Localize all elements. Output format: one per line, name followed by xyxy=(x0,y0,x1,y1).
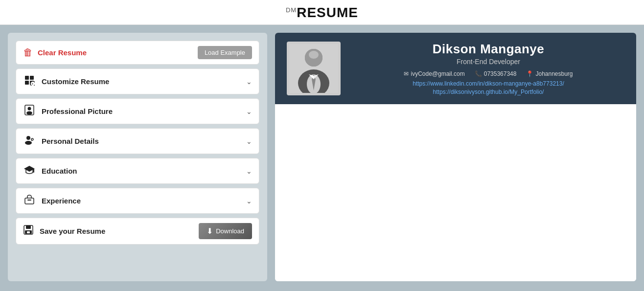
email-icon: ✉ xyxy=(404,70,409,77)
svg-rect-18 xyxy=(26,225,31,229)
trash-icon: 🗑 xyxy=(23,47,33,58)
resume-photo xyxy=(287,42,341,95)
resume-location: 📍 Johannesburg xyxy=(526,70,573,77)
clear-resume-row: 🗑 Clear Resume Load Example xyxy=(16,41,259,65)
svg-rect-20 xyxy=(27,231,30,233)
download-button[interactable]: ⬇ Download xyxy=(199,223,252,239)
title-prefix: DM xyxy=(286,6,297,14)
chevron-experience-icon: ⌄ xyxy=(246,197,252,205)
svg-rect-15 xyxy=(25,198,34,204)
svg-point-8 xyxy=(26,112,32,115)
clear-resume-left: 🗑 Clear Resume xyxy=(23,47,87,58)
section-customize[interactable]: + Customize Resume ⌄ xyxy=(16,68,259,94)
clear-resume-label[interactable]: Clear Resume xyxy=(38,48,87,57)
experience-label: Experience xyxy=(42,197,81,205)
resume-phone: 📞 0735367348 xyxy=(475,70,517,77)
svg-text:+: + xyxy=(31,82,34,86)
load-example-button[interactable]: Load Example xyxy=(198,46,252,59)
education-label: Education xyxy=(42,167,77,175)
experience-icon xyxy=(23,194,36,207)
person-icon xyxy=(23,105,36,118)
download-label: Download xyxy=(216,227,244,235)
download-arrow-icon: ⬇ xyxy=(207,226,213,236)
save-resume-row: Save your Resume ⬇ Download xyxy=(16,218,259,245)
svg-rect-2 xyxy=(25,81,29,85)
app-title: DMRESUME xyxy=(286,5,358,20)
save-icon xyxy=(23,224,34,238)
svg-rect-1 xyxy=(30,76,34,80)
resume-email: ✉ ivyCode@gmail.com xyxy=(404,70,464,77)
phone-icon: 📞 xyxy=(475,70,482,77)
svg-rect-16 xyxy=(27,200,31,201)
customize-icon: + xyxy=(23,75,36,88)
save-resume-label: Save your Resume xyxy=(40,227,105,235)
svg-point-7 xyxy=(28,107,31,111)
personal-details-icon: i xyxy=(23,134,36,148)
chevron-education-icon: ⌄ xyxy=(246,167,252,175)
resume-body xyxy=(275,104,636,281)
personal-details-label: Personal Details xyxy=(42,137,99,145)
resume-contacts: ✉ ivyCode@gmail.com 📞 0735367348 📍 Johan… xyxy=(352,70,624,77)
svg-rect-14 xyxy=(33,169,34,173)
resume-header: Dikson Manganye Front-End Developer ✉ iv… xyxy=(275,33,636,104)
education-icon xyxy=(23,164,36,178)
chevron-picture-icon: ⌄ xyxy=(246,108,252,115)
section-experience[interactable]: Experience ⌄ xyxy=(16,188,259,214)
chevron-customize-icon: ⌄ xyxy=(246,78,252,86)
svg-rect-0 xyxy=(25,76,29,80)
resume-job-title: Front-End Developer xyxy=(352,58,624,66)
left-panel: 🗑 Clear Resume Load Example xyxy=(8,33,267,281)
location-icon: 📍 xyxy=(526,70,533,77)
app-header: DMRESUME xyxy=(0,0,644,25)
chevron-personal-icon: ⌄ xyxy=(246,137,252,145)
resume-info: Dikson Manganye Front-End Developer ✉ iv… xyxy=(352,42,624,95)
resume-linkedin-link[interactable]: https://www.linkedin.com/in/dikson-manga… xyxy=(413,80,564,87)
svg-point-29 xyxy=(309,51,319,59)
resume-name: Dikson Manganye xyxy=(352,42,624,57)
customize-label: Customize Resume xyxy=(42,77,109,86)
resume-links: https://www.linkedin.com/in/dikson-manga… xyxy=(352,80,624,95)
section-education[interactable]: Education ⌄ xyxy=(16,158,259,184)
svg-point-9 xyxy=(26,136,30,140)
section-personal-details[interactable]: i Personal Details ⌄ xyxy=(16,128,259,154)
section-professional-picture[interactable]: Professional Picture ⌄ xyxy=(16,98,259,124)
resume-portfolio-link[interactable]: https://diksonivyson.github.io/My_Portfo… xyxy=(433,89,544,95)
professional-picture-label: Professional Picture xyxy=(42,107,113,115)
resume-preview-panel: Dikson Manganye Front-End Developer ✉ iv… xyxy=(275,33,636,281)
